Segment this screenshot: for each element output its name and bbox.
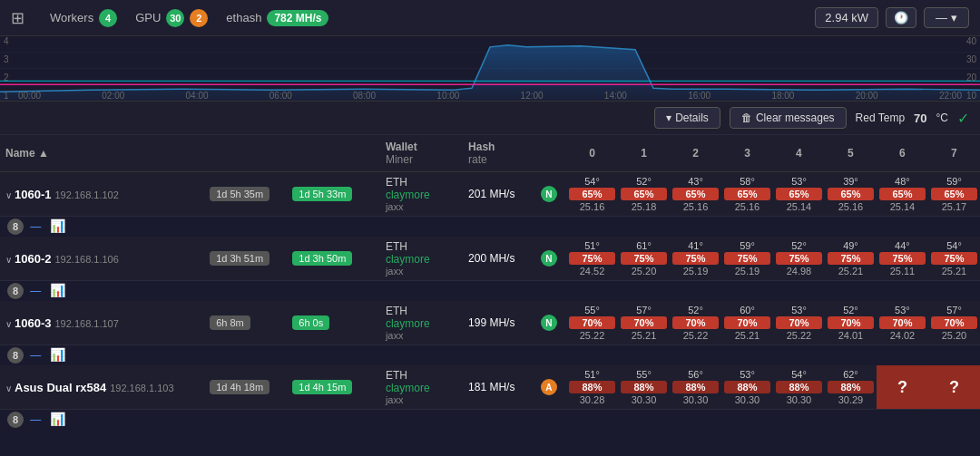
- power-display: 2.94 kW: [815, 7, 878, 28]
- worker-uptime1-0: 1d 5h 35m: [204, 172, 287, 217]
- worker-sub-td-0: 8 — 📊: [0, 217, 980, 238]
- clear-messages-button[interactable]: 🗑 Clear messages: [730, 107, 847, 129]
- worker-header-3: ∨Asus Dual rx584192.168.1.1031d 4h 18m1d…: [0, 365, 980, 410]
- worker-ip-3: 192.168.1.103: [110, 383, 173, 393]
- worker-3-gpu-0: 51° 88% 30.28: [566, 365, 618, 410]
- worker-3-gpu-3: 53° 88% 30.30: [721, 365, 773, 410]
- red-temp-value: 70: [914, 112, 926, 125]
- th-gpu-2: 2: [670, 135, 721, 172]
- th-gpu-6: 6: [877, 135, 928, 172]
- th-wallet: Wallet Miner: [380, 135, 463, 172]
- algo-label: ethash: [226, 11, 261, 24]
- worker-name-cell-3: ∨Asus Dual rx584192.168.1.103: [0, 365, 204, 410]
- worker-0-gpu-3: 58° 65% 25.16: [721, 172, 773, 217]
- expand-icon-1[interactable]: ∨: [5, 255, 12, 265]
- hashrate-badge: 782 MH/s: [267, 10, 328, 26]
- gpu-count-2: 8: [7, 347, 24, 364]
- details-chevron-icon: ▾: [666, 112, 671, 124]
- worker-name-cell-1: ∨1060-2192.168.1.106: [0, 237, 204, 281]
- worker-dash-link-2[interactable]: —: [30, 349, 41, 362]
- worker-id-0: 1060-1: [15, 188, 51, 201]
- confirm-check-icon[interactable]: ✓: [957, 110, 969, 127]
- worker-3-gpu-1: 55° 88% 30.30: [618, 365, 670, 410]
- worker-name-cell-2: ∨1060-3192.168.1.107: [0, 301, 204, 345]
- worker-wallet-3: ETHclaymorejaxx: [380, 365, 463, 410]
- worker-ip-0: 192.168.1.102: [54, 189, 118, 200]
- clock-button[interactable]: 🕐: [886, 7, 916, 28]
- worker-1-gpu-1: 61° 75% 25.20: [618, 237, 670, 281]
- worker-3-gpu-6: ?: [877, 365, 928, 410]
- worker-0-gpu-7: 59° 65% 25.17: [928, 172, 980, 217]
- worker-2-gpu-2: 52° 70% 25.22: [670, 301, 721, 345]
- details-label: Details: [675, 112, 709, 124]
- worker-status-3: A: [535, 365, 566, 410]
- workers-table: Name ▲ Wallet Miner Hash rate 0 1 2 3 4 …: [0, 135, 980, 430]
- worker-hashrate-2: 199 MH/s: [463, 301, 535, 345]
- worker-hashrate-3: 181 MH/s: [463, 365, 535, 410]
- worker-dash-link-3[interactable]: —: [30, 413, 41, 426]
- workers-count-badge: 4: [99, 9, 117, 27]
- worker-dash-link-1[interactable]: —: [30, 285, 41, 297]
- worker-uptime1-2: 6h 8m: [204, 301, 287, 345]
- worker-0-gpu-2: 43° 65% 25.16: [670, 172, 721, 217]
- gpu-count-3: 8: [7, 412, 24, 428]
- grid-icon[interactable]: ⊞: [11, 8, 24, 28]
- worker-chart-icon-0[interactable]: 📊: [50, 218, 65, 233]
- worker-uptime2-1: 1d 3h 50m: [287, 237, 380, 281]
- worker-1-gpu-0: 51° 75% 24.52: [566, 237, 618, 281]
- worker-1-gpu-2: 41° 75% 25.19: [670, 237, 721, 281]
- worker-wallet-1: ETHclaymorejaxx: [380, 237, 463, 281]
- th-gpu-4: 4: [773, 135, 825, 172]
- th-gpu-5: 5: [825, 135, 877, 172]
- worker-hashrate-0: 201 MH/s: [463, 172, 535, 217]
- worker-0-gpu-1: 52° 65% 25.18: [618, 172, 670, 217]
- worker-2-gpu-1: 57° 70% 25.21: [618, 301, 670, 345]
- th-status: [535, 135, 566, 172]
- worker-uptime1-3: 1d 4h 18m: [204, 365, 287, 410]
- worker-chart-icon-3[interactable]: 📊: [50, 412, 65, 426]
- th-gpu-1: 1: [618, 135, 670, 172]
- chart-area: 4 3 2 1 40 30 20 10 00:00 02:00 04:00 06…: [0, 36, 980, 102]
- worker-3-gpu-2: 56° 88% 30.30: [670, 365, 721, 410]
- worker-status-0: N: [535, 172, 566, 217]
- red-temp-unit: °C: [936, 112, 948, 124]
- worker-sub-1: 8 — 📊: [0, 281, 980, 302]
- gpu-label: GPU: [135, 11, 161, 24]
- gpu-count-1: 8: [7, 283, 24, 299]
- dash-dropdown[interactable]: — ▾: [924, 7, 969, 28]
- worker-id-1: 1060-2: [15, 252, 51, 266]
- dropdown-arrow-icon: ▾: [951, 11, 957, 24]
- worker-2-gpu-4: 53° 70% 25.22: [773, 301, 825, 345]
- details-button[interactable]: ▾ Details: [654, 107, 720, 129]
- worker-sub-td-3: 8 — 📊: [0, 410, 980, 431]
- worker-1-gpu-4: 52° 75% 24.98: [773, 237, 825, 281]
- gpu-section: GPU 30 2: [135, 9, 208, 27]
- th-uptime1: [204, 135, 287, 172]
- worker-header-2: ∨1060-3192.168.1.1076h 8m6h 0sETHclaymor…: [0, 301, 980, 345]
- expand-icon-0[interactable]: ∨: [5, 190, 12, 200]
- worker-1-gpu-5: 49° 75% 25.21: [825, 237, 877, 281]
- worker-status-1: N: [535, 237, 566, 281]
- expand-icon-2[interactable]: ∨: [5, 319, 12, 329]
- top-right: 2.94 kW 🕐 — ▾: [815, 7, 969, 28]
- th-hashrate: Hash rate: [463, 135, 535, 172]
- worker-3-gpu-5: 62° 88% 30.29: [825, 365, 877, 410]
- worker-0-gpu-0: 54° 65% 25.16: [566, 172, 618, 217]
- worker-dash-link-0[interactable]: —: [30, 220, 41, 233]
- worker-chart-icon-1[interactable]: 📊: [50, 283, 65, 297]
- expand-icon-3[interactable]: ∨: [5, 383, 12, 393]
- worker-1-gpu-3: 59° 75% 25.19: [721, 237, 773, 281]
- worker-sub-td-2: 8 — 📊: [0, 345, 980, 366]
- th-gpu-7: 7: [928, 135, 980, 172]
- gpu-warning-badge: 2: [190, 9, 208, 27]
- worker-uptime2-3: 1d 4h 15m: [287, 365, 380, 410]
- th-uptime2: [287, 135, 380, 172]
- worker-uptime1-1: 1d 3h 51m: [204, 237, 287, 281]
- worker-sub-3: 8 — 📊: [0, 410, 980, 431]
- worker-status-2: N: [535, 301, 566, 345]
- worker-chart-icon-2[interactable]: 📊: [50, 347, 65, 362]
- worker-sub-2: 8 — 📊: [0, 345, 980, 366]
- worker-2-gpu-0: 55° 70% 25.22: [566, 301, 618, 345]
- workers-label: Workers: [50, 11, 93, 24]
- worker-name-cell-0: ∨1060-1192.168.1.102: [0, 172, 204, 217]
